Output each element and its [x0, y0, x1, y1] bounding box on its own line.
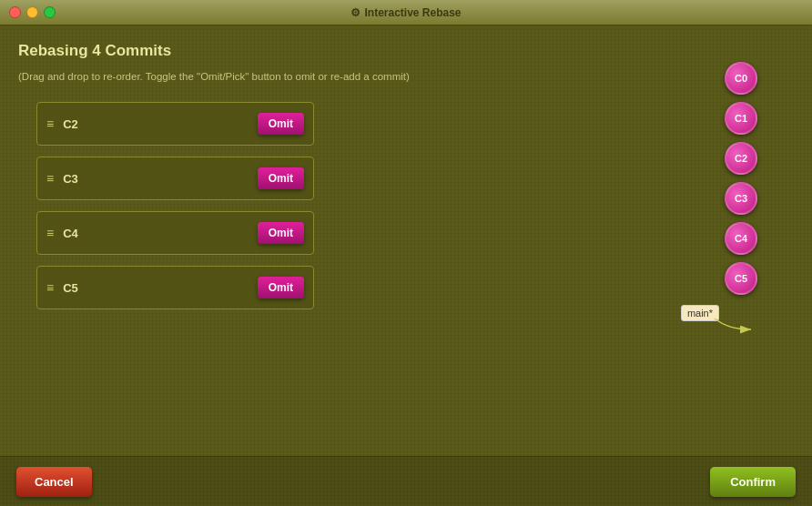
- commit-circles: C0 C1 C2 C3 C4 C5: [725, 62, 757, 295]
- commit-id-label: C5: [63, 281, 248, 295]
- omit-button-c3[interactable]: Omit: [258, 167, 304, 189]
- window-controls: [9, 6, 56, 18]
- maximize-button[interactable]: [44, 6, 56, 18]
- table-row: ≡ C5 Omit: [36, 266, 314, 309]
- commits-list: ≡ C2 Omit ≡ C3 Omit ≡ C4 Omit ≡ C5 Omit: [36, 102, 794, 309]
- omit-button-c5[interactable]: Omit: [258, 277, 304, 299]
- title-bar: ⚙ Interactive Rebase: [0, 0, 812, 25]
- table-row: ≡ C2 Omit: [36, 102, 314, 146]
- branch-label: main*: [681, 305, 719, 321]
- confirm-button[interactable]: Confirm: [710, 467, 796, 497]
- circle-c0: C0: [725, 62, 757, 95]
- omit-button-c4[interactable]: Omit: [258, 222, 304, 244]
- omit-button-c2[interactable]: Omit: [258, 113, 304, 135]
- cancel-button[interactable]: Cancel: [16, 467, 92, 497]
- commit-id-label: C3: [63, 172, 248, 186]
- drag-handle-icon[interactable]: ≡: [46, 280, 54, 295]
- bottom-bar: Cancel Confirm: [0, 456, 812, 506]
- circle-c4: C4: [725, 222, 757, 255]
- drag-handle-icon[interactable]: ≡: [46, 226, 54, 240]
- drag-handle-icon[interactable]: ≡: [46, 171, 54, 186]
- close-button[interactable]: [9, 6, 21, 18]
- window-title: ⚙ Interactive Rebase: [350, 6, 461, 19]
- instruction-text: (Drag and drop to re-order. Toggle the "…: [18, 71, 794, 82]
- circle-c2: C2: [725, 142, 757, 175]
- circle-c5: C5: [725, 262, 757, 295]
- table-row: ≡ C4 Omit: [36, 211, 314, 255]
- page-heading: Rebasing 4 Commits: [18, 42, 794, 60]
- commit-id-label: C4: [63, 227, 248, 240]
- main-content: Rebasing 4 Commits (Drag and drop to re-…: [0, 25, 812, 506]
- minimize-button[interactable]: [26, 6, 38, 18]
- gear-icon: ⚙: [350, 6, 360, 19]
- circle-c1: C1: [725, 102, 757, 135]
- circle-c3: C3: [725, 182, 757, 215]
- table-row: ≡ C3 Omit: [36, 157, 314, 200]
- commit-id-label: C2: [63, 117, 248, 131]
- drag-handle-icon[interactable]: ≡: [46, 116, 54, 131]
